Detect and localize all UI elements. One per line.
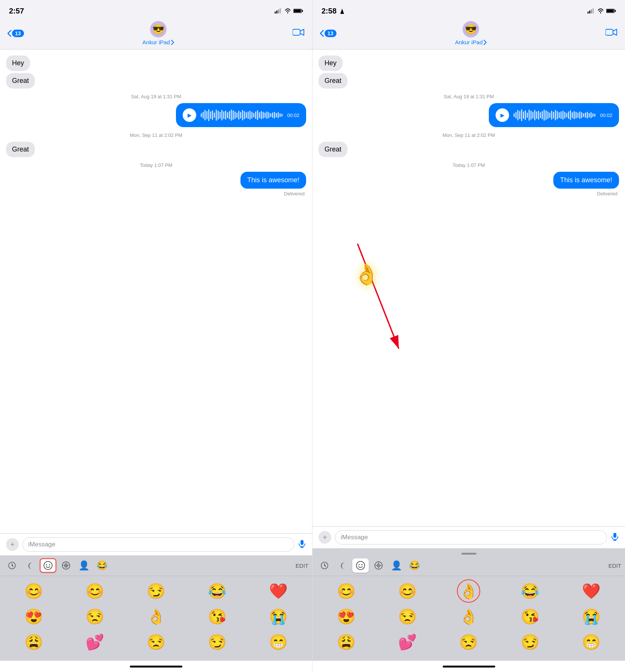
add-button-right[interactable]: +: [319, 531, 331, 544]
emoji-cell-ok-right[interactable]: 👌: [438, 578, 499, 604]
mic-button-right[interactable]: [611, 532, 619, 543]
emoji-grid-left: 😊 😊 😏 😂 ❤️ 😍 😒 👌 😘 😭 😩 💕 😒 😏 😁: [0, 576, 312, 657]
emoji-cell-left[interactable]: 😒: [64, 604, 125, 629]
emoji-tab-smiley-right[interactable]: [352, 558, 369, 573]
emoji-keyboard-left: 👤 😂 EDIT 😊 😊 😏 😂 ❤️ 😍 😒 👌 😘 😭 😩 💕 😒 😏 😁: [0, 555, 312, 661]
message-input-left[interactable]: iMessage: [23, 537, 294, 552]
emoji-tab-funny-right[interactable]: 😂: [406, 558, 423, 573]
svg-rect-18: [587, 12, 589, 14]
emoji-cell-left[interactable]: 😍: [3, 604, 64, 629]
play-button-right[interactable]: ▶: [496, 108, 509, 122]
home-bar-right: [443, 666, 495, 668]
signal-icon-left: [275, 8, 282, 14]
emoji-keyboard-right: 👤 😂 EDIT 😊 😊 👌 😂 ❤️ 😍 😒 👌 😘 😭 😩 💕 😒 😏 😁: [312, 555, 625, 661]
back-button-right[interactable]: 13: [320, 30, 337, 37]
status-icons-right: [587, 8, 616, 14]
play-button-left[interactable]: ▶: [183, 108, 196, 122]
emoji-cell-right[interactable]: 😒: [377, 604, 438, 629]
back-button-left[interactable]: 13: [8, 30, 24, 37]
input-placeholder-right: iMessage: [341, 534, 368, 541]
emoji-cell-left[interactable]: 😒: [125, 629, 186, 655]
message-input-right[interactable]: iMessage: [335, 530, 607, 544]
emoji-cell-left[interactable]: 😭: [248, 604, 309, 629]
svg-rect-26: [613, 533, 616, 538]
emoji-tab-recent-left[interactable]: [4, 558, 20, 573]
timestamp2-left: Mon, Sep 11 at 2:02 PM: [6, 132, 306, 138]
edit-button-right[interactable]: EDIT: [608, 562, 621, 569]
emoji-cell-right[interactable]: 👌: [438, 604, 499, 629]
emoji-cell-right[interactable]: 😊: [316, 578, 377, 604]
emoji-tab-activity-left[interactable]: [58, 558, 74, 573]
bubble-awesome-left: This is awesome!: [240, 172, 306, 189]
time-right: 2:58: [322, 7, 344, 15]
audio-bubble-left[interactable]: ▶ 00:02: [176, 103, 306, 127]
wifi-icon-right: [597, 8, 604, 14]
emoji-cell-right[interactable]: 😍: [316, 604, 377, 629]
emoji-cell-right[interactable]: 😘: [499, 604, 560, 629]
ok-emoji-overlay: 👌: [354, 262, 379, 286]
mic-button-left[interactable]: [298, 540, 306, 550]
drag-handle-container: [312, 548, 625, 555]
emoji-tab-activity-right[interactable]: [370, 558, 387, 573]
emoji-cell-right[interactable]: 😊: [377, 578, 438, 604]
video-button-right[interactable]: [605, 28, 617, 39]
wifi-icon-left: [284, 8, 291, 14]
emoji-cell-left[interactable]: 💕: [64, 629, 125, 655]
svg-rect-8: [300, 540, 303, 545]
status-icons-left: [275, 8, 303, 14]
avatar-left: 😎: [150, 21, 167, 38]
contact-info-right[interactable]: 😎 Ankur iPad: [455, 21, 487, 45]
bubble-great2-right: Great: [319, 142, 347, 157]
messages-area-left: Hey Great Sat, Aug 19 at 1:31 PM ▶ 00:02…: [0, 50, 312, 533]
emoji-cell-right[interactable]: 💕: [377, 629, 438, 655]
left-panel: 2:57 13 😎: [0, 0, 312, 672]
emoji-tab-people-right[interactable]: 👤: [388, 558, 405, 573]
home-bar-left: [130, 666, 182, 668]
emoji-cell-right[interactable]: 😩: [316, 629, 377, 655]
status-bar-right: 2:58: [312, 0, 625, 19]
timestamp3-left: Today 1:07 PM: [6, 162, 306, 168]
emoji-cell-ok-left[interactable]: 👌: [125, 604, 186, 629]
emoji-cell-left[interactable]: 😏: [187, 629, 248, 655]
battery-icon-left: [293, 8, 303, 14]
emoji-cell-left[interactable]: 😩: [3, 629, 64, 655]
emoji-tab-smiley-left[interactable]: [40, 558, 56, 573]
emoji-cell-right[interactable]: 😁: [561, 629, 622, 655]
svg-rect-3: [280, 8, 281, 14]
emoji-tab-night-right[interactable]: [334, 558, 351, 573]
emoji-cell-right[interactable]: 😭: [561, 604, 622, 629]
svg-rect-5: [294, 9, 301, 12]
add-button-left[interactable]: +: [6, 538, 19, 551]
emoji-tabs-left: 👤 😂 EDIT: [0, 555, 312, 576]
emoji-cell-left[interactable]: 😏: [125, 578, 186, 604]
emoji-cell-left[interactable]: 😊: [64, 578, 125, 604]
svg-rect-20: [591, 9, 592, 14]
emoji-cell-left[interactable]: 😁: [248, 629, 309, 655]
emoji-tab-funny-left[interactable]: 😂: [94, 558, 110, 573]
svg-rect-23: [607, 9, 614, 12]
edit-button-left[interactable]: EDIT: [296, 562, 308, 569]
delivered-label-left: Delivered: [6, 191, 306, 196]
emoji-cell-right[interactable]: ❤️: [561, 578, 622, 604]
contact-info-left[interactable]: 😎 Ankur iPad: [143, 21, 174, 45]
bubble-great1-left: Great: [6, 73, 35, 88]
audio-bubble-right[interactable]: ▶ 00:02: [489, 103, 619, 127]
svg-point-30: [356, 561, 365, 570]
avatar-right: 😎: [463, 21, 479, 38]
emoji-cell-right[interactable]: 😂: [499, 578, 560, 604]
timestamp1-right: Sat, Aug 19 at 1:31 PM: [319, 94, 619, 99]
svg-point-32: [362, 564, 363, 566]
emoji-cell-left[interactable]: 😂: [187, 578, 248, 604]
emoji-cell-right[interactable]: 😒: [438, 629, 499, 655]
delivered-label-right: Delivered: [319, 191, 619, 196]
emoji-tab-recent-right[interactable]: [316, 558, 333, 573]
emoji-cell-left[interactable]: 😊: [3, 578, 64, 604]
emoji-tab-people-left[interactable]: 👤: [76, 558, 92, 573]
emoji-tab-night-left[interactable]: [22, 558, 38, 573]
video-button-left[interactable]: [293, 28, 305, 39]
emoji-cell-left[interactable]: ❤️: [248, 578, 309, 604]
messages-area-right: Hey Great Sat, Aug 19 at 1:31 PM ▶ 00:02…: [312, 50, 625, 526]
emoji-cell-right[interactable]: 😏: [499, 629, 560, 655]
emoji-cell-left[interactable]: 😘: [187, 604, 248, 629]
timestamp2-right: Mon, Sep 11 at 2:02 PM: [319, 132, 619, 138]
